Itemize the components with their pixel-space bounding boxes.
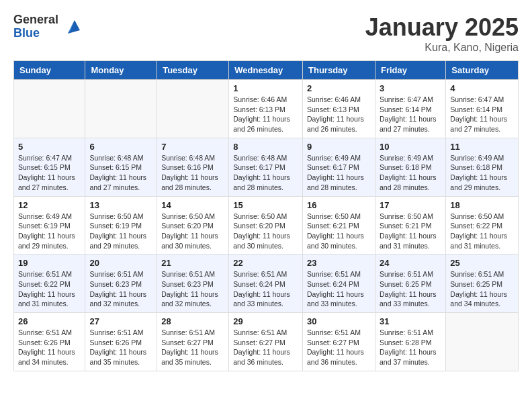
weekday-header-saturday: Saturday	[446, 61, 519, 80]
day-number: 27	[89, 316, 152, 326]
calendar-day-cell: 5Sunrise: 6:47 AM Sunset: 6:15 PM Daylig…	[14, 138, 85, 196]
calendar-day-cell	[14, 80, 85, 138]
day-number: 22	[233, 258, 298, 268]
calendar-day-cell: 9Sunrise: 6:49 AM Sunset: 6:17 PM Daylig…	[303, 138, 375, 196]
calendar-day-cell	[85, 80, 157, 138]
day-info: Sunrise: 6:46 AM Sunset: 6:13 PM Dayligh…	[233, 95, 298, 134]
day-number: 26	[18, 316, 81, 326]
calendar-day-cell: 8Sunrise: 6:48 AM Sunset: 6:17 PM Daylig…	[229, 138, 303, 196]
weekday-header-friday: Friday	[375, 61, 445, 80]
calendar-week-row: 26Sunrise: 6:51 AM Sunset: 6:26 PM Dayli…	[14, 313, 519, 371]
day-number: 5	[18, 142, 81, 152]
day-info: Sunrise: 6:51 AM Sunset: 6:28 PM Dayligh…	[380, 328, 441, 367]
day-info: Sunrise: 6:47 AM Sunset: 6:14 PM Dayligh…	[450, 95, 514, 134]
calendar-day-cell: 6Sunrise: 6:48 AM Sunset: 6:15 PM Daylig…	[85, 138, 157, 196]
day-number: 19	[18, 258, 81, 268]
day-info: Sunrise: 6:50 AM Sunset: 6:20 PM Dayligh…	[161, 212, 224, 251]
day-info: Sunrise: 6:51 AM Sunset: 6:25 PM Dayligh…	[450, 269, 514, 309]
calendar-day-cell: 24Sunrise: 6:51 AM Sunset: 6:25 PM Dayli…	[375, 255, 445, 313]
day-info: Sunrise: 6:50 AM Sunset: 6:19 PM Dayligh…	[89, 212, 152, 251]
calendar-day-cell: 20Sunrise: 6:51 AM Sunset: 6:23 PM Dayli…	[85, 255, 157, 313]
day-info: Sunrise: 6:50 AM Sunset: 6:21 PM Dayligh…	[307, 212, 371, 251]
calendar-day-cell: 26Sunrise: 6:51 AM Sunset: 6:26 PM Dayli…	[14, 313, 85, 371]
day-number: 30	[307, 316, 371, 326]
day-number: 29	[233, 316, 298, 326]
calendar-day-cell: 10Sunrise: 6:49 AM Sunset: 6:18 PM Dayli…	[375, 138, 445, 196]
day-number: 7	[161, 142, 224, 152]
weekday-header-monday: Monday	[85, 61, 157, 80]
calendar-day-cell: 31Sunrise: 6:51 AM Sunset: 6:28 PM Dayli…	[375, 313, 445, 371]
calendar-day-cell: 21Sunrise: 6:51 AM Sunset: 6:23 PM Dayli…	[157, 255, 229, 313]
day-info: Sunrise: 6:49 AM Sunset: 6:19 PM Dayligh…	[18, 212, 81, 251]
day-info: Sunrise: 6:51 AM Sunset: 6:22 PM Dayligh…	[18, 269, 81, 309]
page-header: General Blue January 2025 Kura, Kano, Ni…	[13, 13, 519, 54]
calendar-week-row: 12Sunrise: 6:49 AM Sunset: 6:19 PM Dayli…	[14, 196, 519, 255]
calendar-day-cell: 13Sunrise: 6:50 AM Sunset: 6:19 PM Dayli…	[85, 196, 157, 255]
calendar-day-cell: 25Sunrise: 6:51 AM Sunset: 6:25 PM Dayli…	[446, 255, 519, 313]
day-number: 3	[380, 83, 441, 93]
day-info: Sunrise: 6:48 AM Sunset: 6:16 PM Dayligh…	[161, 153, 224, 193]
day-number: 23	[307, 258, 371, 268]
logo-general: General	[13, 13, 58, 27]
day-info: Sunrise: 6:51 AM Sunset: 6:27 PM Dayligh…	[307, 328, 371, 367]
day-number: 24	[380, 258, 441, 268]
day-number: 1	[233, 83, 298, 93]
month-title: January 2025	[365, 13, 519, 42]
day-number: 9	[307, 142, 371, 152]
day-info: Sunrise: 6:51 AM Sunset: 6:26 PM Dayligh…	[18, 328, 81, 367]
calendar-day-cell: 23Sunrise: 6:51 AM Sunset: 6:24 PM Dayli…	[303, 255, 375, 313]
day-number: 11	[450, 142, 514, 152]
svg-marker-0	[68, 20, 80, 34]
day-info: Sunrise: 6:48 AM Sunset: 6:15 PM Dayligh…	[89, 153, 152, 193]
weekday-header-tuesday: Tuesday	[157, 61, 229, 80]
day-number: 31	[380, 316, 441, 326]
day-number: 15	[233, 200, 298, 210]
day-number: 18	[450, 200, 514, 210]
calendar-week-row: 1Sunrise: 6:46 AM Sunset: 6:13 PM Daylig…	[14, 80, 519, 138]
day-info: Sunrise: 6:51 AM Sunset: 6:23 PM Dayligh…	[89, 269, 152, 309]
day-number: 10	[380, 142, 441, 152]
calendar-day-cell: 27Sunrise: 6:51 AM Sunset: 6:26 PM Dayli…	[85, 313, 157, 371]
calendar-day-cell: 4Sunrise: 6:47 AM Sunset: 6:14 PM Daylig…	[446, 80, 519, 138]
calendar-day-cell: 1Sunrise: 6:46 AM Sunset: 6:13 PM Daylig…	[229, 80, 303, 138]
calendar-day-cell: 22Sunrise: 6:51 AM Sunset: 6:24 PM Dayli…	[229, 255, 303, 313]
day-info: Sunrise: 6:51 AM Sunset: 6:24 PM Dayligh…	[233, 269, 298, 309]
day-info: Sunrise: 6:47 AM Sunset: 6:14 PM Dayligh…	[380, 95, 441, 134]
calendar-day-cell: 30Sunrise: 6:51 AM Sunset: 6:27 PM Dayli…	[303, 313, 375, 371]
calendar-day-cell: 14Sunrise: 6:50 AM Sunset: 6:20 PM Dayli…	[157, 196, 229, 255]
calendar-day-cell	[157, 80, 229, 138]
location: Kura, Kano, Nigeria	[365, 42, 519, 54]
weekday-header-sunday: Sunday	[14, 61, 85, 80]
day-info: Sunrise: 6:51 AM Sunset: 6:23 PM Dayligh…	[161, 269, 224, 309]
day-info: Sunrise: 6:49 AM Sunset: 6:18 PM Dayligh…	[450, 153, 514, 193]
day-number: 28	[161, 316, 224, 326]
day-number: 12	[18, 200, 81, 210]
day-info: Sunrise: 6:51 AM Sunset: 6:27 PM Dayligh…	[233, 328, 298, 367]
weekday-header-thursday: Thursday	[303, 61, 375, 80]
day-info: Sunrise: 6:47 AM Sunset: 6:15 PM Dayligh…	[18, 153, 81, 193]
calendar-day-cell: 11Sunrise: 6:49 AM Sunset: 6:18 PM Dayli…	[446, 138, 519, 196]
calendar-day-cell: 17Sunrise: 6:50 AM Sunset: 6:21 PM Dayli…	[375, 196, 445, 255]
day-number: 4	[450, 83, 514, 93]
day-number: 20	[89, 258, 152, 268]
day-info: Sunrise: 6:51 AM Sunset: 6:24 PM Dayligh…	[307, 269, 371, 309]
weekday-header-wednesday: Wednesday	[229, 61, 303, 80]
day-info: Sunrise: 6:49 AM Sunset: 6:18 PM Dayligh…	[380, 153, 441, 193]
calendar-day-cell: 18Sunrise: 6:50 AM Sunset: 6:22 PM Dayli…	[446, 196, 519, 255]
calendar-day-cell: 2Sunrise: 6:46 AM Sunset: 6:13 PM Daylig…	[303, 80, 375, 138]
day-number: 8	[233, 142, 298, 152]
day-info: Sunrise: 6:51 AM Sunset: 6:26 PM Dayligh…	[89, 328, 152, 367]
day-number: 17	[380, 200, 441, 210]
weekday-header-row: SundayMondayTuesdayWednesdayThursdayFrid…	[14, 61, 519, 80]
day-number: 6	[89, 142, 152, 152]
logo: General Blue	[13, 13, 81, 40]
day-info: Sunrise: 6:50 AM Sunset: 6:22 PM Dayligh…	[450, 212, 514, 251]
calendar-week-row: 5Sunrise: 6:47 AM Sunset: 6:15 PM Daylig…	[14, 138, 519, 196]
calendar-day-cell: 12Sunrise: 6:49 AM Sunset: 6:19 PM Dayli…	[14, 196, 85, 255]
day-info: Sunrise: 6:51 AM Sunset: 6:27 PM Dayligh…	[161, 328, 224, 367]
calendar-day-cell: 15Sunrise: 6:50 AM Sunset: 6:20 PM Dayli…	[229, 196, 303, 255]
day-number: 14	[161, 200, 224, 210]
day-number: 25	[450, 258, 514, 268]
calendar-week-row: 19Sunrise: 6:51 AM Sunset: 6:22 PM Dayli…	[14, 255, 519, 313]
calendar-day-cell: 7Sunrise: 6:48 AM Sunset: 6:16 PM Daylig…	[157, 138, 229, 196]
